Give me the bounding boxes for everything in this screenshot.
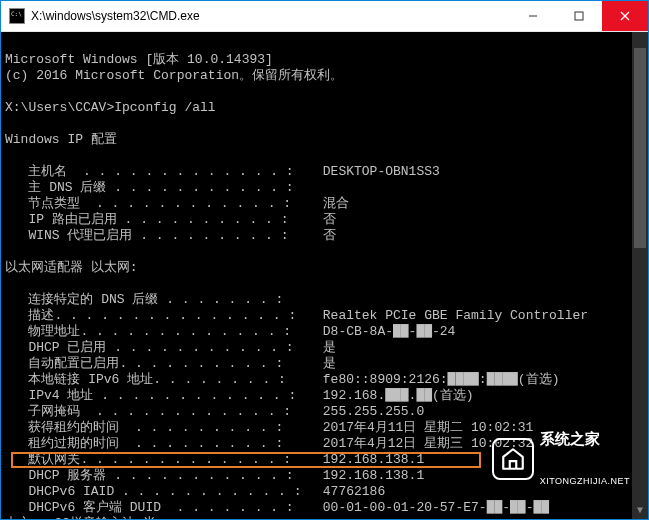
ime-line: 中文 - QQ拼音输入法 半: xyxy=(5,516,164,519)
window-controls xyxy=(510,1,648,31)
adapter-block: 连接特定的 DNS 后缀 . . . . . . . : 描述. . . . .… xyxy=(5,292,646,516)
scroll-thumb[interactable] xyxy=(634,48,646,248)
prompt-line: X:\Users\CCAV>Ipconfig /all xyxy=(5,100,216,115)
maximize-button[interactable] xyxy=(556,1,602,31)
adapter-row-10: 默认网关. . . . . . . . . . . . . : 192.168.… xyxy=(5,452,646,468)
adapter-row-7: 子网掩码 . . . . . . . . . . . . : 255.255.2… xyxy=(5,404,646,420)
close-button[interactable] xyxy=(602,1,648,31)
adapter-row-0: 连接特定的 DNS 后缀 . . . . . . . : xyxy=(5,292,646,308)
host-row-1: 主 DNS 后缀 . . . . . . . . . . . : xyxy=(5,180,646,196)
terminal-output[interactable]: Microsoft Windows [版本 10.0.14393] (c) 20… xyxy=(1,32,648,519)
adapter-row-6: IPv4 地址 . . . . . . . . . . . . : 192.16… xyxy=(5,388,646,404)
ipconfig-title: Windows IP 配置 xyxy=(5,132,117,147)
host-row-2: 节点类型 . . . . . . . . . . . . : 混合 xyxy=(5,196,646,212)
host-row-3: IP 路由已启用 . . . . . . . . . . : 否 xyxy=(5,212,646,228)
adapter-row-5: 本地链接 IPv6 地址. . . . . . . . : fe80::8909… xyxy=(5,372,646,388)
adapter-row-1: 描述. . . . . . . . . . . . . . . : Realte… xyxy=(5,308,646,324)
adapter-title: 以太网适配器 以太网: xyxy=(5,260,138,275)
adapter-row-8: 获得租约的时间 . . . . . . . . . : 2017年4月11日 星… xyxy=(5,420,646,436)
host-config-block: 主机名 . . . . . . . . . . . . . : DESKTOP-… xyxy=(5,164,646,244)
header-line2: (c) 2016 Microsoft Corporation。保留所有权利。 xyxy=(5,68,343,83)
adapter-row-2: 物理地址. . . . . . . . . . . . . : D8-CB-8A… xyxy=(5,324,646,340)
adapter-row-9: 租约过期的时间 . . . . . . . . . : 2017年4月12日 星… xyxy=(5,436,646,452)
adapter-row-4: 自动配置已启用. . . . . . . . . . : 是 xyxy=(5,356,646,372)
adapter-row-11: DHCP 服务器 . . . . . . . . . . . : 192.168… xyxy=(5,468,646,484)
cmd-window: X:\windows\system32\CMD.exe Microsoft Wi… xyxy=(0,0,649,520)
svg-rect-1 xyxy=(575,12,583,20)
adapter-row-12: DHCPv6 IAID . . . . . . . . . . . : 4776… xyxy=(5,484,646,500)
scroll-down-arrow[interactable]: ▼ xyxy=(632,503,648,519)
cmd-icon xyxy=(9,8,25,24)
window-title: X:\windows\system32\CMD.exe xyxy=(31,9,510,23)
adapter-row-3: DHCP 已启用 . . . . . . . . . . . : 是 xyxy=(5,340,646,356)
header-line1: Microsoft Windows [版本 10.0.14393] xyxy=(5,52,273,67)
host-row-4: WINS 代理已启用 . . . . . . . . . : 否 xyxy=(5,228,646,244)
minimize-button[interactable] xyxy=(510,1,556,31)
host-row-0: 主机名 . . . . . . . . . . . . . : DESKTOP-… xyxy=(5,164,646,180)
adapter-row-13: DHCPv6 客户端 DUID . . . . . . . : 00-01-00… xyxy=(5,500,646,516)
vertical-scrollbar[interactable]: ▲ ▼ xyxy=(632,32,648,519)
titlebar[interactable]: X:\windows\system32\CMD.exe xyxy=(1,1,648,32)
